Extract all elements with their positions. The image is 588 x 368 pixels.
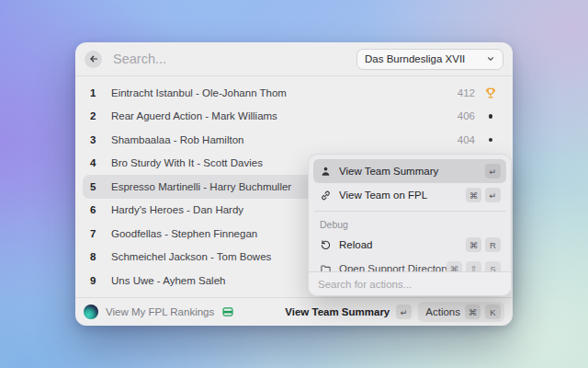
- team-name: Goodfellas - Stephen Finnegan: [111, 228, 257, 239]
- list-item[interactable]: 1 Eintracht Istanbul - Ole-Johann Thom 4…: [83, 81, 505, 105]
- menu-item-label: View Team Summary: [339, 166, 485, 177]
- footer-actions: View Team Summary ↵ Actions ⌘ K: [285, 302, 504, 322]
- menu-item-open-support-directory[interactable]: Open Support Directory ⌘ ⇧ S: [313, 257, 506, 271]
- extension-title-button[interactable]: View My FPL Rankings: [84, 305, 234, 319]
- team-name: Bro Sturdy With It - Scott Davies: [111, 157, 263, 168]
- menu-item-view-team-on-fpl[interactable]: View Team on FPL ⌘ ↵: [313, 183, 506, 207]
- actions-menu: View Team Summary ↵ View Team on FPL ⌘ ↵: [308, 154, 512, 296]
- menu-item-reload[interactable]: Reload ⌘ R: [313, 233, 506, 257]
- team-name: Shambaalaa - Rob Hamilton: [111, 134, 243, 145]
- footer-bar: View My FPL Rankings View Team Summary ↵…: [75, 297, 513, 326]
- team-name: Schmeichel Jackson - Tom Bowes: [111, 251, 271, 262]
- football-extension-icon: [84, 305, 98, 319]
- points: 404: [458, 134, 475, 145]
- link-icon: [319, 189, 332, 201]
- header: Das Burndesliga XVII: [75, 42, 513, 76]
- k-key-badge: K: [485, 305, 501, 319]
- rank: 1: [90, 87, 102, 98]
- cmd-key-badge: ⌘: [466, 188, 481, 202]
- team-name: Uns Uwe - Ayhem Saleh: [111, 275, 225, 286]
- actions-menu-items: View Team Summary ↵ View Team on FPL ⌘ ↵: [309, 155, 511, 271]
- trophy-icon: [483, 86, 498, 99]
- points: 412: [458, 87, 475, 98]
- r-key-badge: R: [485, 237, 501, 252]
- team-name: Eintracht Istanbul - Ole-Johann Thom: [111, 87, 287, 98]
- menu-item-label: Reload: [339, 239, 466, 250]
- actions-label: Actions: [425, 306, 460, 317]
- points: 406: [458, 110, 475, 121]
- list-item[interactable]: 3 Shambaalaa - Rob Hamilton 404: [83, 128, 505, 152]
- rank: 9: [90, 275, 102, 286]
- dot-icon: [483, 138, 498, 143]
- back-button[interactable]: [85, 51, 102, 68]
- menu-divider: [314, 211, 505, 212]
- team-name: Hardy's Heroes - Dan Hardy: [111, 204, 243, 215]
- rank: 8: [90, 251, 102, 262]
- reload-icon: [319, 238, 332, 251]
- league-dropdown[interactable]: Das Burndesliga XVII: [356, 49, 503, 70]
- menu-search-bar: [309, 271, 511, 295]
- cmd-key-badge: ⌘: [465, 305, 481, 319]
- return-key-badge: ↵: [485, 164, 501, 178]
- cmd-key-badge: ⌘: [447, 261, 462, 271]
- shift-key-badge: ⇧: [466, 261, 481, 271]
- rank: 4: [90, 157, 102, 168]
- actions-button[interactable]: Actions ⌘ K: [418, 302, 504, 322]
- back-arrow-icon: [88, 53, 99, 64]
- rank: 2: [90, 110, 102, 121]
- launcher-window: Das Burndesliga XVII 1 Eintracht Istanbu…: [75, 42, 513, 326]
- return-key-badge: ↵: [396, 305, 412, 319]
- team-name: Espresso Martinelli - Harry Buchmuller: [111, 181, 291, 192]
- primary-action-label[interactable]: View Team Summary: [285, 306, 390, 317]
- dot-icon: [483, 114, 498, 119]
- folder-icon: [319, 262, 332, 271]
- rank: 5: [90, 181, 102, 192]
- extension-title: View My FPL Rankings: [106, 306, 214, 317]
- actions-search-input[interactable]: [318, 279, 502, 290]
- team-name: Rear Aguerd Action - Mark Williams: [111, 110, 277, 121]
- menu-item-label: Open Support Directory: [339, 263, 447, 271]
- cmd-key-badge: ⌘: [466, 237, 481, 252]
- chevron-down-icon: [486, 54, 495, 63]
- fpl-card-icon: [221, 305, 234, 318]
- return-key-badge: ↵: [485, 188, 501, 202]
- menu-item-view-team-summary[interactable]: View Team Summary ↵: [313, 159, 506, 183]
- rank: 6: [90, 204, 102, 215]
- menu-item-label: View Team on FPL: [339, 190, 466, 201]
- rank: 7: [90, 228, 102, 239]
- league-dropdown-value: Das Burndesliga XVII: [365, 53, 486, 64]
- list-item[interactable]: 2 Rear Aguerd Action - Mark Williams 406: [83, 105, 505, 129]
- search-input[interactable]: [113, 52, 356, 66]
- person-icon: [319, 165, 332, 178]
- rank: 3: [90, 134, 102, 145]
- menu-section-debug: Debug: [313, 215, 506, 233]
- s-key-badge: S: [485, 261, 501, 271]
